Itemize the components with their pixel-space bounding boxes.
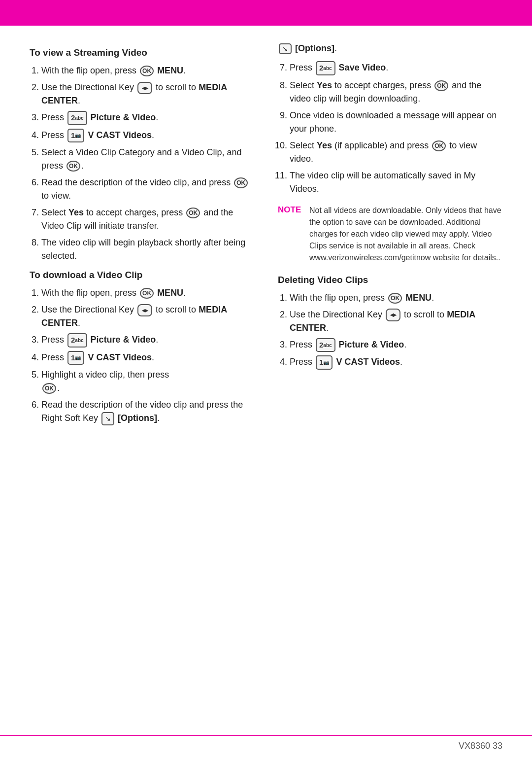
- top-bar: [0, 0, 532, 26]
- dir-key: ◂▸: [137, 304, 152, 317]
- list-item: With the flip open, press OK MENU.: [290, 291, 502, 305]
- list-item: The video clip will begin playback short…: [41, 236, 254, 263]
- list-item: Select a Video Clip Category and a Video…: [41, 146, 254, 173]
- num1-key: 1📷: [316, 355, 332, 370]
- ok-key: OK: [186, 208, 200, 218]
- num2-key: 2abc: [316, 338, 335, 352]
- ok-key: OK: [42, 383, 56, 394]
- list-item: Press 2abc Picture & Video.: [290, 338, 502, 352]
- ok-key: OK: [66, 161, 80, 172]
- section1-title: To view a Streaming Video: [30, 47, 254, 58]
- options-header: ↘ [Options].: [278, 43, 502, 54]
- ok-key: OK: [140, 66, 154, 76]
- right-column: ↘ [Options]. Press 2abc Save Video. Sele…: [278, 43, 502, 432]
- section1-list: With the flip open, press OK MENU. Use t…: [30, 64, 254, 263]
- list-item: Press 2abc Save Video.: [290, 61, 502, 75]
- list-item: Press 1📷 V CAST Videos.: [41, 351, 254, 365]
- list-item: Once video is downloaded a message will …: [290, 109, 502, 136]
- list-item: Use the Directional Key ◂▸ to scroll to …: [41, 81, 254, 107]
- section3-list: With the flip open, press OK MENU. Use t…: [278, 291, 502, 370]
- num1-key: 1📷: [67, 351, 84, 365]
- list-item: Highlight a video clip, then press OK.: [41, 368, 254, 395]
- list-item: Press 2abc Picture & Video.: [41, 333, 254, 348]
- list-item: Select Yes to accept charges, press OK a…: [290, 79, 502, 105]
- num2-key: 2abc: [67, 111, 87, 125]
- list-item: The video clip will be automatically sav…: [290, 169, 502, 196]
- note-text: Not all videos are downloadable. Only vi…: [309, 205, 502, 264]
- list-item: With the flip open, press OK MENU.: [41, 64, 254, 77]
- num2-key: 2abc: [316, 61, 335, 75]
- ok-key: OK: [234, 177, 248, 188]
- dir-key: ◂▸: [137, 82, 152, 95]
- section3-title: Deleting Video Clips: [278, 275, 502, 285]
- section1-cont-list: Press 2abc Save Video. Select Yes to acc…: [278, 61, 502, 196]
- list-item: Read the description of the video clip, …: [41, 176, 254, 203]
- page-content: To view a Streaming Video With the flip …: [0, 26, 532, 462]
- num1-key: 1📷: [67, 129, 84, 143]
- num2-key: 2abc: [67, 333, 87, 348]
- list-item: Use the Directional Key ◂▸ to scroll to …: [41, 303, 254, 330]
- footer: VX8360 33: [0, 735, 532, 751]
- ok-key: OK: [140, 288, 154, 299]
- section2-title: To download a Video Clip: [30, 270, 254, 280]
- list-item: Select Yes to accept charges, press OK a…: [41, 206, 254, 233]
- list-item: Read the description of the video clip a…: [41, 398, 254, 425]
- note-label: NOTE: [278, 205, 304, 264]
- dir-key: ◂▸: [386, 309, 400, 321]
- options-softkey-icon: ↘: [101, 412, 114, 425]
- ok-key: OK: [434, 80, 448, 91]
- section2-list: With the flip open, press OK MENU. Use t…: [30, 286, 254, 425]
- list-item: Press 1📷 V CAST Videos.: [41, 129, 254, 143]
- footer-text: VX8360 33: [459, 736, 502, 751]
- list-item: Select Yes (if applicable) and press OK …: [290, 139, 502, 166]
- note-block: NOTE Not all videos are downloadable. On…: [278, 205, 502, 264]
- list-item: Press 2abc Picture & Video.: [41, 111, 254, 125]
- left-column: To view a Streaming Video With the flip …: [30, 43, 254, 432]
- ok-key: OK: [388, 293, 402, 304]
- list-item: With the flip open, press OK MENU.: [41, 286, 254, 300]
- options-icon: ↘: [279, 43, 292, 54]
- list-item: Use the Directional Key ◂▸ to scroll to …: [290, 308, 502, 335]
- list-item: Press 1📷 V CAST Videos.: [290, 355, 502, 370]
- two-column-layout: To view a Streaming Video With the flip …: [30, 43, 502, 432]
- ok-key: OK: [432, 140, 446, 151]
